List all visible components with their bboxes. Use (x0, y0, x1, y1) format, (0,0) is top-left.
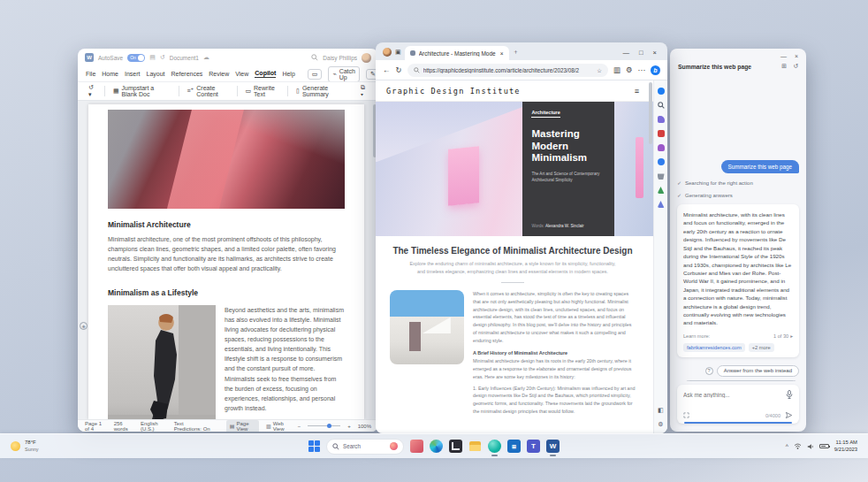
volume-icon[interactable] (807, 443, 814, 450)
avatar[interactable] (362, 53, 371, 63)
citation-link[interactable]: fabrikamresidences.com (683, 343, 745, 352)
zoom-level[interactable]: 100% (358, 424, 371, 429)
undo-dropdown[interactable]: ↺ ▾ (85, 82, 100, 100)
new-tab-button[interactable]: ＋ (513, 48, 519, 57)
microphone-icon[interactable] (786, 390, 793, 399)
battery-icon[interactable] (819, 444, 829, 449)
history-icon[interactable]: ↺ (793, 63, 798, 70)
minimize-button[interactable]: — (623, 49, 630, 57)
create-content-button[interactable]: ≡⁺Create Content (184, 83, 232, 99)
sidebar-shopping-icon[interactable] (658, 116, 665, 123)
undo-icon[interactable]: ↺ (160, 54, 165, 61)
zoom-out-button[interactable]: − (298, 424, 301, 429)
edge-icon[interactable] (488, 440, 501, 453)
page-count[interactable]: Page 1 of 4 (85, 421, 107, 432)
close-button[interactable]: × (653, 49, 657, 57)
zoom-in-button[interactable]: + (347, 424, 351, 429)
teams-icon[interactable]: T (527, 440, 540, 453)
sidebar-panel-toggle-icon[interactable]: ◧ (658, 407, 664, 414)
site-brand[interactable]: Graphic Design Institute (386, 87, 521, 96)
weather-widget[interactable]: 78°F Sunny (11, 440, 39, 452)
tab-home[interactable]: Home (102, 71, 118, 77)
tab-help[interactable]: Help (282, 71, 294, 77)
profile-avatar[interactable] (383, 48, 392, 57)
tab-copilot[interactable]: Copilot (255, 70, 276, 78)
sidebar-search-icon[interactable] (658, 102, 665, 109)
edge-scrollbar[interactable] (649, 82, 652, 144)
comments-button[interactable]: ▭ (308, 69, 323, 80)
generate-summary-button[interactable]: ▯Generate Summary (293, 83, 348, 99)
start-button[interactable] (308, 440, 320, 452)
catch-up-button[interactable]: ⌁Catch Up (328, 66, 360, 82)
file-explorer-icon[interactable] (468, 440, 482, 453)
copilot-bing-icon[interactable]: b (651, 65, 660, 75)
clipboard-dropdown[interactable]: ⧉ ▾ (357, 82, 371, 100)
sidebar-games-icon[interactable] (658, 144, 665, 151)
panel-minimize-button[interactable]: — (780, 53, 787, 59)
expand-icon[interactable] (683, 412, 689, 418)
back-button[interactable]: ← (383, 65, 391, 74)
tab-actions-icon[interactable]: ▣ (395, 49, 401, 56)
tab-layout[interactable]: Layout (146, 71, 164, 77)
sidebar-drop-icon[interactable] (658, 201, 665, 208)
split-screen-icon[interactable]: ▥ (613, 65, 621, 74)
sidebar-video-icon[interactable] (658, 130, 665, 137)
maximize-button[interactable]: □ (639, 49, 643, 57)
text-predictions[interactable]: Text Predictions: On (174, 421, 212, 432)
app-browser-icon[interactable] (430, 440, 443, 453)
document-page[interactable]: Minimalist Architecture Minimalist archi… (88, 104, 364, 419)
zoom-slider[interactable] (308, 425, 340, 426)
sidebar-tree-icon[interactable] (658, 187, 665, 194)
tray-date: 9/21/2023 (834, 447, 857, 454)
favorite-star-icon[interactable]: ☆ (597, 67, 602, 73)
close-tab-icon[interactable]: × (500, 50, 504, 57)
document-canvas[interactable]: Minimalist Architecture Minimalist archi… (78, 101, 378, 419)
pager-next-icon[interactable]: ▸ (790, 333, 793, 339)
app-desktop-icon[interactable] (449, 440, 462, 453)
clock[interactable]: 11:15 AM 9/21/2023 (834, 440, 857, 453)
tab-file[interactable]: File (86, 71, 95, 77)
sidebar-copilot-icon[interactable] (658, 88, 665, 95)
tab-review[interactable]: Review (209, 71, 229, 77)
sidebar-tools-icon[interactable] (658, 158, 665, 165)
autosave-toggle[interactable]: On (127, 54, 145, 62)
new-topic-icon[interactable]: ⊞ (781, 63, 787, 70)
tab-insert[interactable]: Insert (125, 71, 141, 77)
taskbar-search[interactable]: Search (326, 439, 404, 455)
hero-category[interactable]: Architecture (531, 110, 560, 118)
more-menu-icon[interactable]: ⋯ (638, 65, 646, 74)
tab-title: Architecture - Mastering Mode (419, 50, 497, 57)
tab-view[interactable]: View (235, 71, 248, 77)
article: The Timeless Elegance of Minimalist Arch… (376, 236, 653, 416)
active-tab[interactable]: Architecture - Mastering Mode × (405, 46, 509, 60)
menu-hamburger-icon[interactable]: ≡ (635, 87, 639, 96)
hero-section: Architecture Mastering Modern Minimalism… (376, 102, 653, 236)
suggestion-chip-2[interactable]: What are some famous modern architects? (683, 380, 799, 381)
extensions-icon[interactable]: ⚙ (626, 65, 633, 74)
send-icon[interactable] (785, 411, 793, 419)
address-bar[interactable]: https://graphicdesigninstitute.com/artic… (407, 64, 608, 77)
save-icon[interactable]: ▤ (149, 54, 156, 61)
word-icon[interactable]: W (546, 440, 560, 453)
language[interactable]: English (U.S.) (141, 421, 167, 432)
wifi-icon[interactable] (794, 443, 802, 449)
search-icon[interactable] (311, 54, 318, 61)
app-photos-icon[interactable] (410, 440, 423, 453)
tray-chevron-icon[interactable]: ^ (786, 443, 788, 449)
suggestion-chip-1[interactable]: Answer from the web instead (717, 365, 799, 377)
sidebar-cart-icon[interactable] (658, 172, 665, 180)
page-view-button[interactable]: ▤Page View (226, 420, 259, 432)
ask-input[interactable] (683, 392, 786, 398)
more-citations[interactable]: +2 more (749, 343, 774, 352)
jumpstart-button[interactable]: ▦Jumpstart a Blank Doc (110, 83, 174, 99)
web-view-button[interactable]: ▥Web View (266, 421, 291, 432)
word-count[interactable]: 256 words (114, 421, 133, 432)
copilot-margin-icon[interactable]: ◈ (80, 322, 88, 330)
sidebar-settings-icon[interactable]: ⚙ (658, 421, 663, 428)
chat-input-box[interactable]: 0/4000 (677, 385, 799, 424)
panel-close-button[interactable]: × (795, 53, 798, 59)
rewrite-text-button[interactable]: ▭Rewrite Text (241, 83, 283, 99)
store-icon[interactable]: ⊞ (507, 440, 521, 453)
tab-references[interactable]: References (171, 71, 203, 77)
refresh-button[interactable]: ↻ (396, 65, 402, 74)
